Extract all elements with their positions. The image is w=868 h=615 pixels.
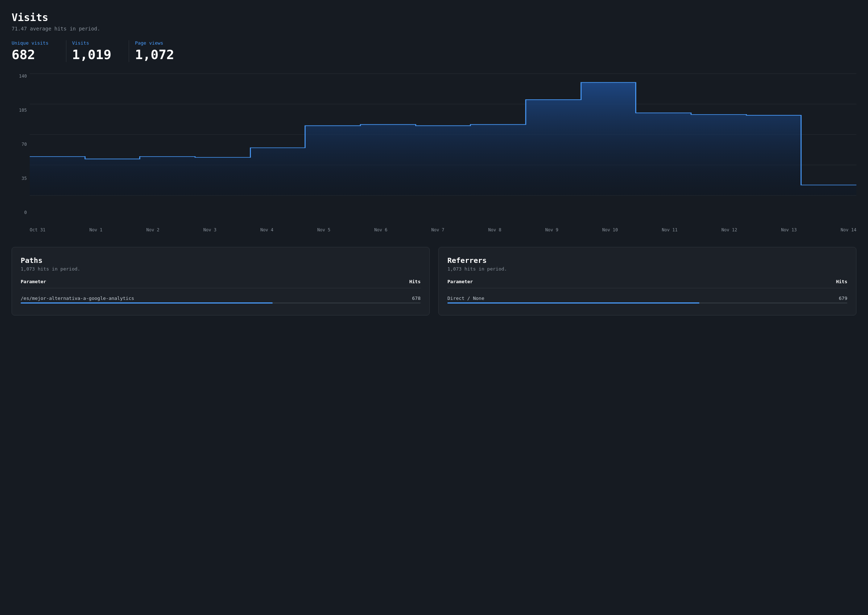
x-label-nov5: Nov 5 (317, 227, 330, 233)
x-label-nov4: Nov 4 (260, 227, 273, 233)
stat-unique-visits-label: Unique visits (12, 40, 48, 46)
y-label-70: 70 (12, 142, 27, 147)
stat-page-views-label: Page views (135, 40, 174, 46)
x-label-nov2: Nov 2 (146, 227, 159, 233)
paths-panel: Paths 1,073 hits in period. Parameter Hi… (12, 247, 430, 315)
stat-unique-visits: Unique visits 682 (12, 40, 48, 62)
referrers-row-0: Direct / None 679 (447, 293, 847, 306)
x-label-nov3: Nov 3 (203, 227, 217, 233)
bottom-section: Paths 1,073 hits in period. Parameter Hi… (12, 247, 856, 315)
y-label-0: 0 (12, 210, 27, 215)
paths-row-0-bar-track (21, 303, 421, 303)
paths-row-0: /es/mejor-alternativa-a-google-analytics… (21, 293, 421, 306)
chart-svg (30, 73, 856, 226)
referrers-row-0-label: Direct / None (447, 295, 485, 301)
referrers-row-0-bar-track (447, 303, 847, 303)
x-axis-labels: Oct 31 Nov 1 Nov 2 Nov 3 Nov 4 Nov 5 Nov… (12, 227, 856, 233)
x-label-nov8: Nov 8 (488, 227, 502, 233)
x-label-nov14: Nov 14 (841, 227, 856, 233)
y-label-105: 105 (12, 108, 27, 113)
paths-row-0-value: 678 (412, 295, 421, 301)
y-label-140: 140 (12, 73, 27, 79)
paths-row-0-top: /es/mejor-alternativa-a-google-analytics… (21, 295, 421, 301)
referrers-table-header: Parameter Hits (447, 279, 847, 288)
stat-visits: Visits 1,019 (66, 40, 111, 62)
referrers-col-param: Parameter (447, 279, 473, 284)
paths-subtitle: 1,073 hits in period. (21, 266, 421, 272)
x-label-nov12: Nov 12 (722, 227, 737, 233)
stat-visits-label: Visits (72, 40, 111, 46)
x-label-nov11: Nov 11 (662, 227, 677, 233)
referrers-subtitle: 1,073 hits in period. (447, 266, 847, 272)
paths-col-hits: Hits (409, 279, 421, 284)
referrers-title: Referrers (447, 256, 847, 265)
chart-area (30, 73, 856, 226)
paths-row-0-bar-fill (21, 303, 273, 303)
referrers-col-hits: Hits (836, 279, 847, 284)
x-label-nov13: Nov 13 (781, 227, 796, 233)
referrers-panel: Referrers 1,073 hits in period. Paramete… (438, 247, 856, 315)
y-label-35: 35 (12, 176, 27, 181)
x-label-nov7: Nov 7 (431, 227, 444, 233)
referrers-row-0-value: 679 (839, 295, 847, 301)
paths-row-0-label: /es/mejor-alternativa-a-google-analytics (21, 295, 134, 301)
svg-marker-5 (30, 82, 856, 195)
chart-section: 140 105 70 35 0 (12, 73, 856, 233)
stat-page-views-value: 1,072 (135, 47, 174, 62)
stats-row: Unique visits 682 Visits 1,019 Page view… (12, 40, 856, 62)
paths-col-param: Parameter (21, 279, 46, 284)
paths-title: Paths (21, 256, 421, 265)
x-label-nov6: Nov 6 (374, 227, 387, 233)
x-label-nov9: Nov 9 (545, 227, 558, 233)
paths-table-header: Parameter Hits (21, 279, 421, 288)
stat-page-views: Page views 1,072 (129, 40, 174, 62)
x-label-nov1: Nov 1 (89, 227, 102, 233)
chart-container: 140 105 70 35 0 (12, 73, 856, 226)
page-title: Visits (12, 12, 856, 23)
referrers-row-0-top: Direct / None 679 (447, 295, 847, 301)
page-container: Visits 71.47 average hits in period. Uni… (12, 12, 856, 315)
y-axis: 140 105 70 35 0 (12, 73, 30, 226)
stat-unique-visits-value: 682 (12, 47, 48, 62)
stat-visits-value: 1,019 (72, 47, 111, 62)
x-label-nov10: Nov 10 (602, 227, 618, 233)
referrers-row-0-bar-fill (447, 303, 700, 303)
subtitle: 71.47 average hits in period. (12, 26, 856, 31)
x-label-oct31: Oct 31 (30, 227, 45, 233)
